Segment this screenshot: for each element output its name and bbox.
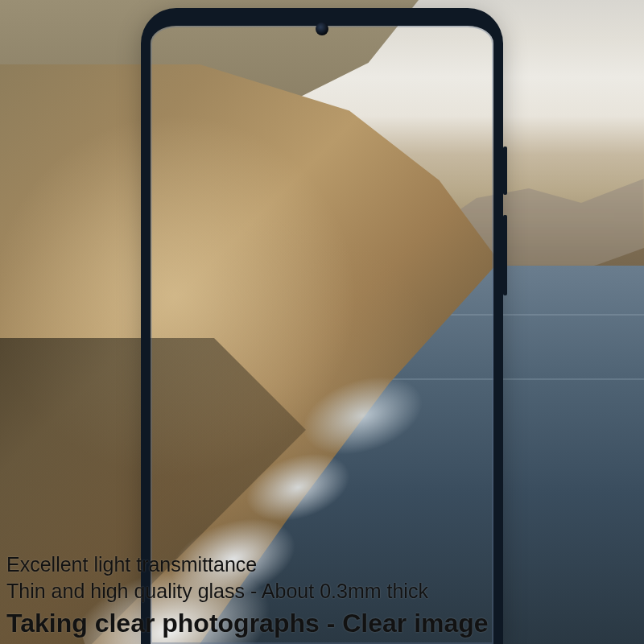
caption-line-1: Excellent light transmittance xyxy=(6,551,638,578)
caption-block: Excellent light transmittance Thin and h… xyxy=(6,551,638,639)
caption-line-2: Thin and high quality glass - About 0.3m… xyxy=(6,578,638,605)
caption-headline: Taking clear photographs - Clear image xyxy=(6,607,638,639)
phone-side-button-upper xyxy=(503,147,507,195)
product-scene: Excellent light transmittance Thin and h… xyxy=(0,0,644,644)
